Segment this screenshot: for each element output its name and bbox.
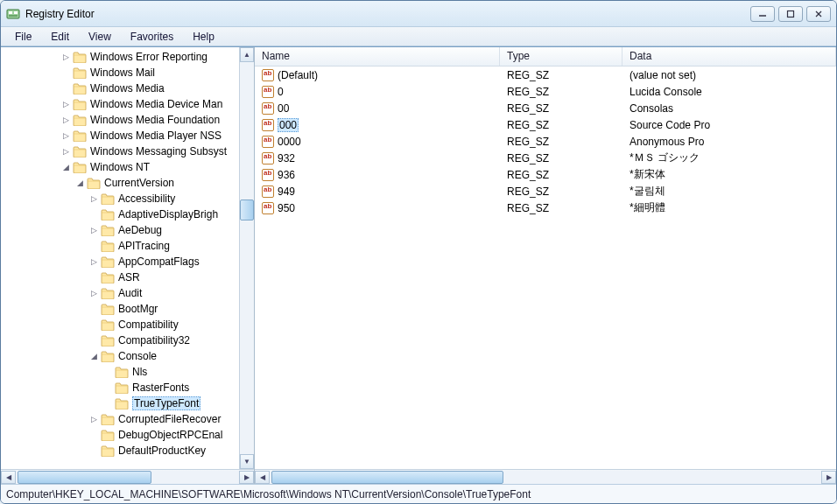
tree-item-label: Audit [118, 287, 142, 299]
expand-icon[interactable]: ▷ [60, 130, 71, 141]
tree-item[interactable]: TrueTypeFont [4, 396, 254, 411]
tree-item[interactable]: APITracing [4, 238, 254, 254]
tree-item[interactable]: Windows Media [4, 80, 254, 96]
collapse-icon[interactable]: ◢ [60, 162, 71, 172]
expand-icon[interactable]: ▷ [88, 193, 99, 204]
tree-item[interactable]: ▷AeDebug [4, 222, 254, 238]
tree-item[interactable]: Compatibility32 [4, 332, 254, 348]
value-row[interactable]: 949REG_SZ*굴림체 [255, 183, 836, 200]
tree-item-label: Nls [132, 366, 147, 378]
value-row[interactable]: 936REG_SZ*新宋体 [255, 166, 836, 183]
value-data: *新宋体 [622, 167, 836, 182]
scroll-track[interactable] [16, 471, 239, 484]
tree-item[interactable]: ◢CurrentVersion [4, 175, 254, 191]
value-type: REG_SZ [500, 186, 622, 198]
tree-item[interactable]: RasterFonts [4, 380, 254, 396]
close-button[interactable] [806, 6, 831, 22]
folder-icon [101, 256, 115, 268]
expander-none [102, 398, 113, 409]
tree-item[interactable]: ▷Accessibility [4, 191, 254, 206]
expander-none [102, 367, 113, 377]
expand-icon[interactable]: ▷ [88, 256, 99, 267]
tree-item[interactable]: Nls [4, 364, 254, 380]
folder-icon [101, 241, 115, 252]
column-header-type[interactable]: Type [500, 47, 622, 66]
menu-help[interactable]: Help [184, 29, 223, 45]
scroll-track[interactable] [240, 62, 254, 454]
content-area: ▷Windows Error ReportingWindows MailWind… [1, 46, 836, 484]
folder-icon [101, 193, 115, 205]
column-header-data[interactable]: Data [622, 47, 836, 66]
menu-favorites[interactable]: Favorites [122, 29, 182, 45]
scroll-thumb[interactable] [18, 471, 151, 484]
scroll-up-arrow-icon[interactable]: ▲ [240, 47, 254, 62]
value-row[interactable]: 0000REG_SZAnonymous Pro [255, 133, 836, 150]
scroll-down-arrow-icon[interactable]: ▼ [240, 454, 254, 469]
value-data: Lucida Console [622, 86, 836, 98]
tree-item-label: Compatibility32 [118, 334, 190, 346]
titlebar[interactable]: Registry Editor [1, 1, 836, 27]
value-name: 932 [278, 152, 295, 164]
list-header: Name Type Data [255, 47, 836, 66]
tree-item-label: APITracing [118, 240, 170, 252]
expand-icon[interactable]: ▷ [60, 52, 71, 62]
scroll-right-arrow-icon[interactable]: ▶ [239, 471, 254, 484]
value-row[interactable]: 950REG_SZ*細明體 [255, 200, 836, 216]
expand-icon[interactable]: ▷ [88, 414, 99, 424]
scroll-track[interactable] [270, 471, 821, 484]
expand-icon[interactable]: ▷ [60, 115, 71, 125]
tree-item[interactable]: ▷AppCompatFlags [4, 254, 254, 270]
maximize-button[interactable] [778, 6, 803, 22]
tree-item[interactable]: ASR [4, 270, 254, 285]
string-value-icon [262, 202, 274, 214]
tree-item[interactable]: ▷Audit [4, 285, 254, 301]
minimize-button[interactable] [750, 6, 775, 22]
column-header-name[interactable]: Name [255, 47, 500, 66]
scroll-thumb[interactable] [271, 471, 503, 484]
menu-view[interactable]: View [80, 29, 120, 45]
scroll-right-arrow-icon[interactable]: ▶ [821, 471, 836, 484]
expand-icon[interactable]: ▷ [60, 99, 71, 109]
tree-item[interactable]: Windows Mail [4, 65, 254, 80]
tree-item[interactable]: ▷CorruptedFileRecover [4, 411, 254, 427]
menu-file[interactable]: File [6, 29, 40, 45]
value-row[interactable]: 000REG_SZSource Code Pro [255, 116, 836, 133]
tree-item-label: TrueTypeFont [132, 396, 200, 410]
tree-item[interactable]: BootMgr [4, 301, 254, 317]
tree-item[interactable]: ◢Console [4, 348, 254, 364]
tree-item[interactable]: Compatibility [4, 317, 254, 332]
value-list[interactable]: (Default)REG_SZ(value not set)0REG_SZLuc… [255, 66, 836, 469]
collapse-icon[interactable]: ◢ [74, 178, 85, 188]
scroll-left-arrow-icon[interactable]: ◀ [1, 471, 16, 484]
expand-icon[interactable]: ▷ [88, 225, 99, 235]
tree-item[interactable]: DefaultProductKey [4, 443, 254, 458]
tree-item[interactable]: ▷Windows Messaging Subsyst [4, 144, 254, 159]
value-row[interactable]: 00REG_SZConsolas [255, 100, 836, 116]
value-row[interactable]: 0REG_SZLucida Console [255, 83, 836, 100]
tree-item[interactable]: ◢Windows NT [4, 159, 254, 175]
value-type: REG_SZ [500, 102, 622, 115]
expand-icon[interactable]: ▷ [88, 288, 99, 298]
tree-view[interactable]: ▷Windows Error ReportingWindows MailWind… [1, 47, 254, 469]
tree-item[interactable]: ▷Windows Media Player NSS [4, 128, 254, 144]
tree-item[interactable]: ▷Windows Media Foundation [4, 112, 254, 128]
tree-horizontal-scrollbar[interactable]: ◀ ▶ [1, 469, 254, 484]
scroll-thumb[interactable] [240, 200, 254, 220]
value-row[interactable]: (Default)REG_SZ(value not set) [255, 66, 836, 83]
tree-item[interactable]: AdaptiveDisplayBrigh [4, 206, 254, 222]
expand-icon[interactable]: ▷ [60, 146, 71, 157]
tree-item[interactable]: DebugObjectRPCEnal [4, 427, 254, 443]
tree-item-label: Windows Messaging Subsyst [90, 145, 227, 158]
tree-item[interactable]: ▷Windows Error Reporting [4, 49, 254, 65]
list-horizontal-scrollbar[interactable]: ◀ ▶ [255, 469, 836, 484]
scroll-left-arrow-icon[interactable]: ◀ [255, 471, 270, 484]
collapse-icon[interactable]: ◢ [88, 351, 99, 361]
value-row[interactable]: 932REG_SZ*ＭＳ ゴシック [255, 150, 836, 166]
menu-edit[interactable]: Edit [42, 29, 78, 45]
value-data: Consolas [622, 102, 836, 115]
tree-item[interactable]: ▷Windows Media Device Man [4, 96, 254, 112]
value-type: REG_SZ [500, 136, 622, 148]
expander-none [60, 83, 71, 94]
tree-vertical-scrollbar[interactable]: ▲ ▼ [239, 47, 254, 469]
string-value-icon [262, 152, 274, 164]
